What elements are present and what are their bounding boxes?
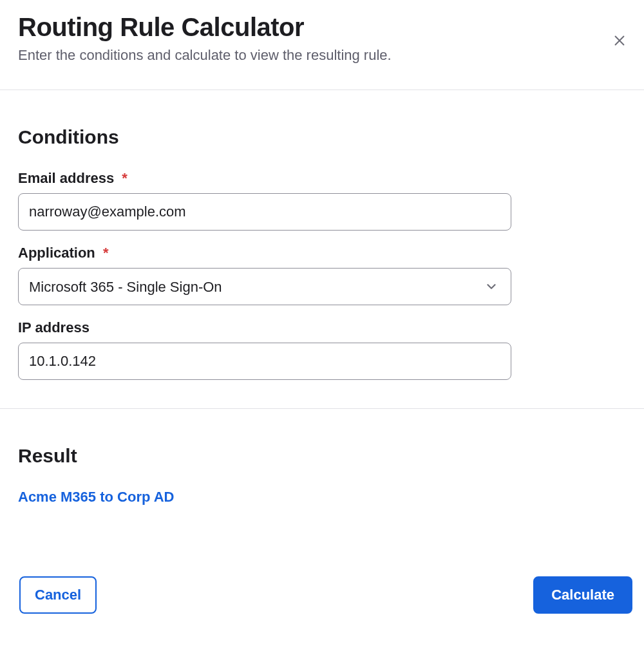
routing-rule-calculator-dialog: Routing Rule Calculator Enter the condit… bbox=[0, 0, 644, 625]
dialog-footer: Cancel Calculate bbox=[0, 506, 644, 625]
application-select-wrap: Microsoft 365 - Single Sign-On bbox=[18, 268, 511, 305]
dialog-title: Routing Rule Calculator bbox=[18, 13, 626, 42]
required-indicator: * bbox=[122, 170, 128, 186]
application-label: Application * bbox=[18, 245, 626, 261]
email-field-group: Email address * bbox=[18, 170, 626, 231]
application-label-text: Application bbox=[18, 245, 95, 261]
required-indicator: * bbox=[103, 245, 109, 261]
application-select[interactable]: Microsoft 365 - Single Sign-On bbox=[18, 268, 511, 305]
conditions-section: Conditions Email address * Application *… bbox=[0, 90, 644, 408]
application-field-group: Application * Microsoft 365 - Single Sig… bbox=[18, 245, 626, 305]
email-label: Email address * bbox=[18, 170, 626, 187]
email-label-text: Email address bbox=[18, 170, 114, 186]
calculate-button[interactable]: Calculate bbox=[533, 576, 632, 614]
close-button[interactable] bbox=[608, 30, 631, 53]
cancel-button[interactable]: Cancel bbox=[19, 576, 97, 614]
result-heading: Result bbox=[18, 445, 626, 467]
close-icon bbox=[612, 33, 627, 50]
dialog-header: Routing Rule Calculator Enter the condit… bbox=[0, 0, 644, 90]
ip-label-text: IP address bbox=[18, 319, 90, 336]
result-section: Result Acme M365 to Corp AD bbox=[0, 409, 644, 506]
dialog-subtitle: Enter the conditions and calculate to vi… bbox=[18, 47, 626, 64]
ip-label: IP address bbox=[18, 319, 626, 336]
result-rule-link[interactable]: Acme M365 to Corp AD bbox=[18, 489, 174, 505]
email-input[interactable] bbox=[18, 193, 511, 231]
conditions-heading: Conditions bbox=[18, 126, 626, 148]
ip-input[interactable] bbox=[18, 343, 511, 380]
ip-field-group: IP address bbox=[18, 319, 626, 380]
